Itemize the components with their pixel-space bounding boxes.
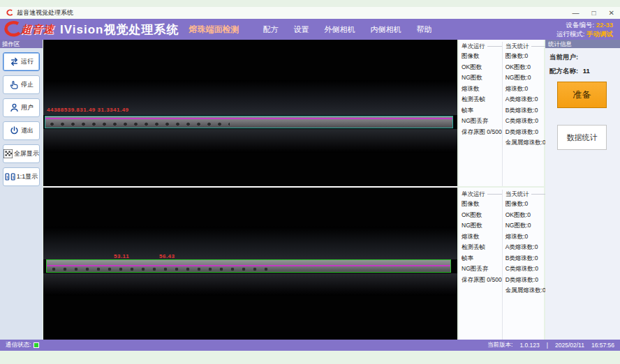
group-title: 单次运行 — [462, 42, 502, 51]
data-statistics-button[interactable]: 数据统计 — [557, 125, 607, 150]
device-number-label: 设备编号: — [566, 21, 594, 29]
brand-swoosh-icon — [3, 21, 21, 38]
device-number-value: 22-33 — [596, 21, 613, 29]
run-mode-label: 运行模式: — [556, 30, 585, 38]
menu-item[interactable]: 帮助 — [416, 24, 431, 35]
roi-box — [45, 116, 453, 128]
stat-row: OK图数:0 — [505, 62, 546, 73]
recipe-name-label: 配方名称: — [549, 67, 578, 75]
stat-row: NG图丢弃 — [462, 264, 502, 275]
stats-panel-bottom: 单次运行 图像数OK图数NG图数熔珠数检测丢帧帧率NG图丢弃保存原图 0/500… — [459, 188, 544, 340]
version-label: 当前版本: — [487, 341, 512, 349]
power-icon — [9, 126, 20, 136]
strip-texture — [47, 121, 230, 127]
stat-row: NG图数:0 — [505, 73, 546, 84]
one-to-one-button-label: 1:1显示 — [17, 172, 38, 181]
comm-status-indicator — [34, 342, 39, 348]
stat-row: OK图数 — [462, 62, 502, 73]
stat-row: 熔珠数 — [462, 232, 502, 243]
menu-item[interactable]: 设置 — [293, 24, 309, 35]
stat-row: 保存原图 0/500 — [462, 275, 502, 286]
exit-button[interactable]: 退出 — [3, 121, 40, 140]
group-title: 当天统计 — [505, 42, 546, 51]
sidebar-header: 操作区 — [0, 40, 43, 48]
version-info: 当前版本: 1.0.123 | 2025/02/11 16:57:56 — [487, 341, 614, 349]
current-user-label: 当前用户: — [549, 53, 578, 61]
info-panel-header: 统计信息 — [545, 40, 620, 48]
stop-button-label: 停止 — [21, 80, 34, 89]
brand-logo-text: 超音速 — [21, 23, 54, 36]
stat-row: 金属屑熔珠数:0 — [505, 285, 546, 296]
version-value: 1.0.123 — [519, 342, 539, 349]
svg-text:1: 1 — [12, 175, 14, 179]
exit-button-label: 退出 — [21, 126, 34, 135]
separator: | — [547, 342, 548, 349]
stat-row: 熔珠数:0 — [505, 84, 546, 95]
brand-logo: 超音速 — [3, 21, 54, 38]
stat-row: NG图数:0 — [505, 220, 546, 232]
page-subtitle: 熔珠端面检测 — [189, 24, 239, 36]
minimize-button[interactable]: — — [573, 10, 580, 17]
comm-status-label: 通信状态: — [6, 341, 31, 349]
inner-camera-viewport[interactable]: 53.11 56.43 — [43, 188, 457, 340]
fullscreen-button[interactable]: 全屏显示 — [3, 144, 40, 163]
group-title: 当天统计 — [505, 190, 546, 199]
menu-item[interactable]: 外侧相机 — [324, 24, 355, 35]
stat-row: D类熔珠数:0 — [505, 127, 546, 138]
stat-row: 保存原图 0/500 — [462, 127, 502, 138]
stat-row: A类熔珠数:0 — [505, 242, 546, 253]
stat-row: NG图数 — [462, 73, 502, 84]
stat-row: 图像数:0 — [505, 199, 546, 210]
stat-row: B类熔珠数:0 — [505, 105, 546, 116]
stat-row: NG图丢弃 — [462, 116, 502, 127]
measurement-annotation: 44388539.831.49 31.3341.49 — [47, 107, 129, 113]
run-button[interactable]: 运行 — [3, 52, 40, 71]
today-column: 当天统计 图像数:0OK图数:0NG图数:0熔珠数:0A类熔珠数:0B类熔珠数:… — [502, 42, 546, 186]
stat-row: 图像数 — [462, 199, 502, 210]
svg-text:1: 1 — [6, 175, 8, 179]
menu-item[interactable]: 配方 — [263, 24, 278, 35]
run-mode-value: 手动调试 — [586, 30, 613, 38]
menu-bar: 配方设置外侧相机内侧相机帮助 — [263, 24, 431, 35]
maximize-button[interactable]: □ — [592, 10, 596, 17]
stat-row: C类熔珠数:0 — [505, 116, 546, 127]
fullscreen-grid-icon — [3, 149, 13, 158]
single-run-column: 单次运行 图像数OK图数NG图数熔珠数检测丢帧帧率NG图丢弃保存原图 0/500 — [462, 190, 502, 340]
close-button[interactable]: ✕ — [609, 10, 614, 17]
user-icon — [9, 103, 20, 113]
app-logo-icon — [6, 9, 13, 17]
menu-item[interactable]: 内侧相机 — [370, 24, 401, 35]
image-gradient-band — [43, 129, 457, 153]
titlebar: 超音速视觉处理系统 — □ ✕ — [0, 7, 620, 19]
one-to-one-button[interactable]: 1 1 1:1显示 — [3, 167, 40, 186]
prepare-button[interactable]: 准备 — [557, 82, 607, 108]
outer-camera-viewport[interactable]: 44388539.831.49 31.3341.49 — [43, 40, 457, 186]
window-title: 超音速视觉处理系统 — [17, 8, 73, 17]
run-button-label: 运行 — [21, 57, 34, 66]
detect-line — [45, 118, 452, 119]
page-title: IVision视觉处理系统 — [60, 22, 179, 38]
measure-value-right: 56.43 — [159, 253, 175, 259]
recipe-row: 配方名称: 11 — [549, 67, 620, 76]
stat-row: OK图数 — [462, 210, 502, 221]
stop-button[interactable]: 停止 — [3, 75, 40, 94]
stat-row: 金属屑熔珠数:0 — [505, 137, 546, 149]
application-window: 超音速视觉处理系统 — □ ✕ 超音速 IVision视觉处理系统 熔珠端面检测… — [0, 0, 620, 364]
status-date: 2025/02/11 — [555, 342, 584, 349]
stat-row: 检测丢帧 — [462, 94, 502, 105]
stat-row: 图像数:0 — [505, 51, 546, 62]
user-button[interactable]: 用户 — [3, 98, 40, 117]
info-panel: 统计信息 当前用户: 配方名称: 11 准备 数据统计 — [545, 40, 620, 340]
today-column: 当天统计 图像数:0OK图数:0NG图数:0熔珠数:0A类熔珠数:0B类熔珠数:… — [502, 190, 546, 340]
run-loop-icon — [9, 56, 20, 67]
stat-row: A类熔珠数:0 — [505, 94, 546, 105]
stat-row: 图像数 — [462, 51, 502, 62]
status-bar: 通信状态: 当前版本: 1.0.123 | 2025/02/11 16:57:5… — [0, 340, 620, 351]
fullscreen-button-label: 全屏显示 — [14, 149, 39, 158]
recipe-name-value: 11 — [583, 67, 590, 75]
user-button-label: 用户 — [21, 103, 34, 112]
stat-row: 熔珠数 — [462, 84, 502, 95]
image-gradient-band — [43, 227, 457, 259]
stat-row: 检测丢帧 — [462, 242, 502, 253]
hand-stop-icon — [9, 79, 20, 90]
